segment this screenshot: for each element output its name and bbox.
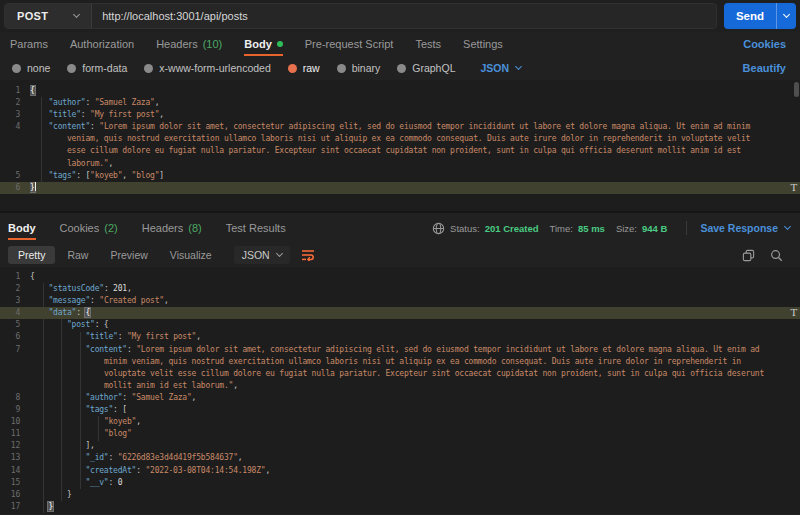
json-token: , [122,171,131,180]
json-token [30,284,48,293]
code-text: "tags": ["koyeb", "blog"] [30,170,800,182]
tab-settings[interactable]: Settings [463,32,503,56]
tab-label: Body [244,38,272,50]
json-string: mollit anim id est laborum." [104,381,233,390]
body-type-graphql[interactable]: GraphQL [397,62,455,74]
body-type-binary[interactable]: binary [337,62,381,74]
tab-tests[interactable]: Tests [415,32,441,56]
view-preview[interactable]: Preview [100,246,157,264]
body-type-x-www-form-urlencoded[interactable]: x-www-form-urlencoded [144,62,270,74]
tab-headers[interactable]: Headers(10) [156,32,222,56]
code-text: { [30,85,800,97]
body-type-bar: noneform-datax-www-form-urlencodedrawbin… [0,56,800,80]
code-line: veniam, quis nostrud exercitation ullamc… [0,133,800,145]
search-response-button[interactable] [766,246,786,264]
request-tabs-list: ParamsAuthorizationHeaders(10)BodyPre-re… [10,32,525,56]
json-string: "Lorem ipsum dolor sit amet, consectetur… [99,122,750,131]
radio-label: none [27,62,50,74]
json-string: "6226d83e3d4d419f5b584637" [118,453,238,462]
code-text: veniam, quis nostrud exercitation ullamc… [30,133,800,145]
line-number: 9 [0,404,30,416]
code-text: "title": "My first post", [30,331,800,343]
code-line: mollit anim id est laborum.", [0,380,800,392]
line-number [0,145,30,157]
json-token: , [192,393,197,402]
body-format-label: JSON [480,62,509,74]
url-input[interactable]: http://localhost:3001/api/posts [92,4,716,28]
line-number [0,380,30,392]
response-tabs-list: BodyCookies(2)Headers(8)Test Results [8,213,310,243]
radio-label: form-data [82,62,127,74]
json-token: : [118,332,127,341]
json-string: laborum." [67,159,109,168]
request-tabs: ParamsAuthorizationHeaders(10)BodyPre-re… [0,32,800,56]
json-token: : [109,478,118,487]
code-line: 1{ [0,85,800,97]
response-tab-test-results[interactable]: Test Results [226,216,286,240]
cookies-link[interactable]: Cookies [743,38,786,50]
view-raw[interactable]: Raw [57,246,98,264]
json-string: "Created post" [99,296,164,305]
code-line: voluptate velit esse cillum dolore eu fu… [0,368,800,380]
code-line: 10 "koyeb", [0,416,800,428]
request-bar: POST http://localhost:3001/api/posts Sen… [0,0,800,32]
wrap-lines-button[interactable] [298,246,318,264]
save-response-label: Save Response [700,222,778,234]
radio-icon [67,64,76,73]
method-selector[interactable]: POST [5,4,92,28]
copy-response-button[interactable] [738,246,758,264]
view-pretty[interactable]: Pretty [8,246,55,264]
json-token [30,308,48,317]
wrap-lines-icon [301,249,315,261]
response-tab-headers[interactable]: Headers(8) [142,216,202,240]
response-meta: Status: 201 Created Time: 85 ms Size: 94… [432,221,790,235]
tab-label: Authorization [70,38,134,50]
tab-pre-request-script[interactable]: Pre-request Script [305,32,394,56]
save-response-button[interactable]: Save Response [700,222,790,234]
code-line: 5 "post": { [0,319,800,331]
tab-label: Params [10,38,48,50]
response-format-dropdown[interactable]: JSON [234,246,290,264]
tab-params[interactable]: Params [10,32,48,56]
response-toolbar: PrettyRawPreviewVisualize JSON [0,243,800,267]
response-body-editor[interactable]: 1{2 "statusCode": 201,3 "message": "Crea… [0,267,800,514]
json-key: "author" [85,393,122,402]
json-key: "content" [85,345,127,354]
json-token: } [48,502,53,511]
send-dropdown[interactable] [776,3,796,29]
code-line: 7 "content": "Lorem ipsum dolor sit amet… [0,344,800,356]
beautify-link[interactable]: Beautify [743,62,786,74]
json-token [30,159,67,168]
line-number: 13 [0,452,30,464]
json-token: : [104,284,113,293]
json-token [30,381,104,390]
line-number: 6 [0,331,30,343]
line-number: 11 [0,428,30,440]
send-button[interactable]: Send [724,3,796,29]
view-visualize[interactable]: Visualize [160,246,222,264]
request-body-editor[interactable]: 1{2 "author": "Samuel Zaza",3 "title": "… [0,80,800,212]
code-text: } [30,182,800,194]
json-key: "statusCode" [48,284,103,293]
code-text: } [30,501,800,513]
body-type-form-data[interactable]: form-data [67,62,127,74]
json-key: "data" [48,308,76,317]
tab-label: Headers [142,222,184,234]
code-line: 15 "__v": 0 [0,477,800,489]
body-format-dropdown[interactable]: JSON [480,62,521,74]
json-token: } [67,490,72,499]
json-token: ] [159,171,164,180]
tab-authorization[interactable]: Authorization [70,32,134,56]
body-type-raw[interactable]: raw [288,62,320,74]
scrollbar-thumb[interactable] [794,82,799,97]
size-value: 944 B [642,223,667,234]
json-key: "message" [48,296,90,305]
response-tab-cookies[interactable]: Cookies(2) [60,216,118,240]
json-token [30,146,67,155]
body-type-none[interactable]: none [12,62,50,74]
cursor-line-marker: T [791,182,797,194]
json-token: : [90,122,99,131]
tab-body[interactable]: Body [244,32,283,56]
json-token: : [81,110,90,119]
response-tab-body[interactable]: Body [8,216,36,240]
